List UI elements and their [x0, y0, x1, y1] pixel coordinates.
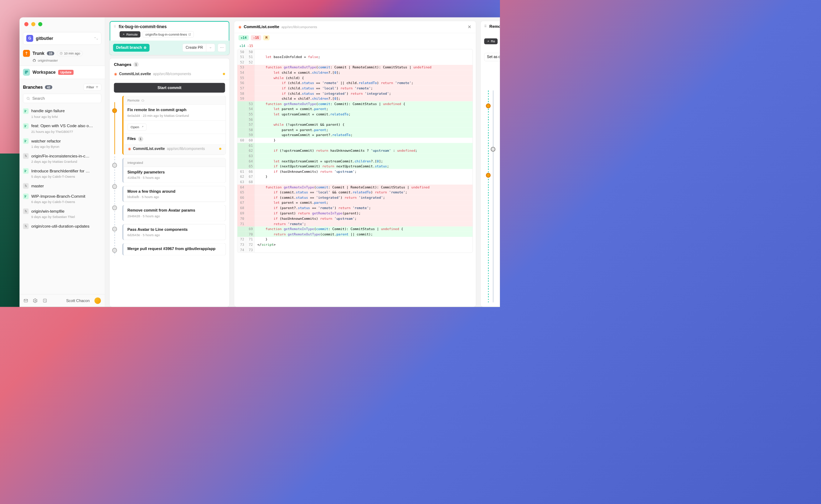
branch-item[interactable]: origin/core-util-duration-updates [20, 221, 105, 232]
filter-button[interactable]: Filter [84, 84, 102, 90]
branch-item[interactable]: WIP-Improve-Branch-Commit 6 days ago by … [20, 191, 105, 206]
gear-icon[interactable] [33, 298, 38, 303]
mail-icon[interactable] [24, 298, 28, 303]
integrated-commit[interactable]: Move a few things around bbd0afb · 5 hou… [122, 186, 226, 202]
svg-point-17 [25, 195, 25, 196]
history-icon[interactable] [42, 298, 47, 303]
window-controls[interactable] [24, 22, 42, 26]
avatar[interactable] [94, 297, 101, 304]
branches-count: 42 [45, 85, 52, 89]
modified-dot-icon [219, 148, 221, 150]
branch-name: origin/win-tempfile [31, 209, 64, 213]
branch-list: handle sign failure 1 hour ago by krlvi … [20, 105, 105, 294]
trunk-remote: origin/master [20, 58, 105, 62]
default-branch-button[interactable]: Default branch ⚙ [113, 44, 149, 52]
repo-selector[interactable]: G gitbutler ⌃⌄ [23, 32, 102, 45]
branch-icon [23, 108, 29, 114]
nav-workspace[interactable]: Workspace Update [20, 66, 105, 79]
changes-panel: Changes 1 ◉ CommitList.svelte app/src/li… [109, 58, 229, 307]
branch-item[interactable]: watcher refactor 1 day ago by Byron [20, 136, 105, 151]
changed-file[interactable]: ◉ CommitList.svelte app/src/lib/componen… [110, 69, 229, 80]
drag-handle-icon[interactable]: ⠿ [114, 25, 117, 28]
integrated-commit[interactable]: Remove commit from Avatar params 2948428… [122, 205, 226, 221]
branch-item[interactable]: origin/win-tempfile 9 days ago by Sebast… [20, 206, 105, 221]
commit-meta: bbd0afb · 5 hours ago [127, 195, 222, 198]
user-name[interactable]: Scott Chacon [66, 298, 90, 303]
update-badge[interactable]: Update [58, 70, 73, 75]
branch-icon [23, 138, 29, 144]
create-pr-button[interactable]: Create PR [183, 44, 206, 52]
branch-item[interactable]: Introduce BranchIdentifier for … 5 days … [20, 166, 105, 181]
branch-meta: 1 hour ago by krlvi [31, 115, 102, 118]
deletions-badge: -15 [251, 35, 261, 41]
minimize-window-icon[interactable] [31, 22, 36, 26]
integrated-commit[interactable]: Merge pull request #3967 from gitbutlera… [122, 243, 226, 256]
chevron-updown-icon: ⌃⌄ [94, 37, 98, 40]
branch-meta: 5 days ago by Caleb-T-Owens [31, 175, 102, 178]
commit-title: Pass Avatar to Line components [127, 227, 222, 232]
more-menu[interactable]: ⋯ [218, 43, 226, 52]
branch-name: Introduce BranchIdentifier for … [31, 168, 90, 173]
svelte-icon: ◉ [238, 25, 242, 29]
svg-point-5 [25, 110, 25, 111]
set-as-default-button[interactable]: Set as d [484, 53, 500, 61]
nav-trunk[interactable]: Trunk 15 10 min ago [20, 48, 105, 58]
svg-point-4 [27, 97, 29, 99]
branch-meta: 9 days ago by Sebastian Thiel [31, 215, 102, 219]
modified-badge: M [263, 35, 270, 41]
branch-item[interactable]: origin/Fix-inconsistencies-in-c… 2 days … [20, 151, 105, 166]
commit-entry[interactable]: Fix remote line in commit graph 6e0a3d4 … [124, 105, 226, 120]
branch-item[interactable]: master [20, 181, 105, 191]
changes-count: 1 [134, 62, 139, 67]
svg-point-9 [25, 140, 25, 141]
changes-header: Changes 1 [110, 58, 229, 70]
drag-handle-icon[interactable]: ⠿ [484, 25, 487, 28]
branch-name: origin/Fix-inconsistencies-in-c… [31, 154, 89, 158]
origin-link-pill[interactable]: origin/fix-bug-in-commit-lines [143, 31, 194, 38]
search-input[interactable] [23, 94, 102, 103]
commit-file[interactable]: ◉ CommitList.svelte app/src/lib/componen… [124, 145, 226, 155]
create-pr-dropdown[interactable] [206, 44, 215, 52]
start-commit-button[interactable]: Start commit [114, 83, 225, 93]
branch-item[interactable]: handle sign failure 1 hour ago by krlvi [20, 106, 105, 121]
branch-icon [23, 123, 29, 129]
diff-file-path: app/src/lib/components [282, 25, 317, 29]
close-icon[interactable]: ✕ [468, 24, 471, 30]
trunk-time: 10 min ago [57, 51, 83, 56]
integrated-commit[interactable]: Integrated Simplify parameters 416ba78 ·… [122, 158, 226, 183]
remote-pill: Remote [120, 31, 140, 38]
trunk-count-badge: 15 [47, 51, 54, 55]
remote-section-header: Remote [124, 96, 226, 105]
gear-icon: ⚙ [144, 46, 146, 50]
branch-lane: ⠿ fix-bug-in-commit-lines Remote origin/… [109, 21, 229, 307]
lane-title: fix-bug-in-commit-lines [119, 24, 167, 29]
svelte-icon: ◉ [114, 72, 117, 76]
integrated-commit[interactable]: Pass Avatar to Line components 6d2643e ·… [122, 224, 226, 240]
svelte-icon: ◉ [128, 147, 131, 151]
right-lane-partial: ⠿ Remo Re Set as d [480, 21, 500, 307]
workspace-icon [23, 69, 30, 76]
branches-title: Branches 42 [23, 85, 52, 90]
branch-icon [23, 183, 29, 189]
svg-rect-2 [27, 71, 28, 72]
diff-panel: ◉ CommitList.svelte app/src/lib/componen… [234, 21, 476, 307]
code-area[interactable]: 50505151 let baseIsUnfolded = false;5252… [237, 49, 473, 253]
branch-meta: 1 day ago by Byron [31, 145, 102, 148]
cloud-icon [141, 99, 144, 102]
branch-name: WIP-Improve-Branch-Commit [31, 194, 86, 198]
search-icon [26, 97, 30, 100]
nav-workspace-label: Workspace [32, 70, 56, 75]
branch-icon [23, 208, 29, 214]
sidebar: G gitbutler ⌃⌄ Trunk 15 10 min ago origi… [20, 17, 105, 307]
diff-file-name: CommitList.svelte [244, 25, 279, 29]
open-button[interactable]: Open [127, 124, 146, 130]
svg-rect-1 [25, 71, 26, 72]
close-window-icon[interactable] [24, 22, 29, 26]
branch-meta: 6 days ago by Caleb-T-Owens [31, 200, 102, 203]
maximize-window-icon[interactable] [38, 22, 42, 26]
branch-item[interactable]: feat: Open with VS Code also o… 21 hours… [20, 121, 105, 136]
lane-header: ⠿ fix-bug-in-commit-lines Remote origin/… [109, 21, 229, 55]
branch-icon [23, 153, 29, 159]
repo-name: gitbutler [36, 36, 91, 41]
svg-point-13 [25, 170, 25, 171]
